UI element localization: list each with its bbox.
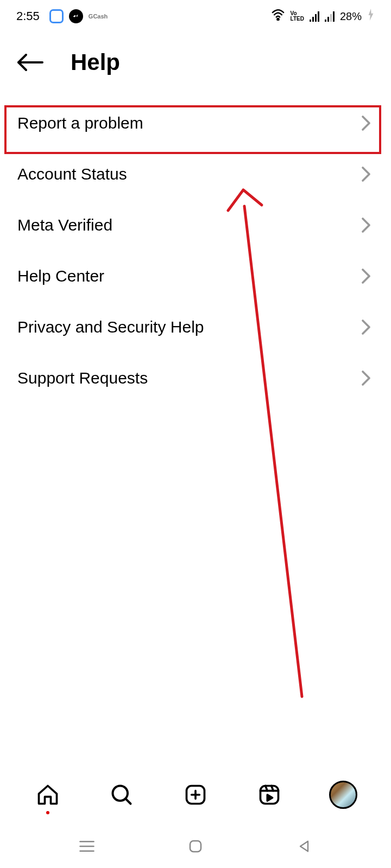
menu-item-label: Help Center	[17, 267, 104, 285]
chevron-right-icon	[358, 116, 374, 131]
signal-bars-2	[325, 11, 335, 22]
charging-icon	[367, 9, 375, 24]
page-title: Help	[71, 49, 120, 75]
profile-avatar	[329, 781, 357, 809]
system-home-button[interactable]	[185, 835, 206, 857]
menu-item-report-problem[interactable]: Report a problem	[0, 98, 391, 149]
menu-item-help-center[interactable]: Help Center	[0, 251, 391, 302]
page-header: Help	[0, 33, 391, 98]
status-left: 2:55 GCash	[16, 9, 108, 23]
menu-item-privacy-security[interactable]: Privacy and Security Help	[0, 302, 391, 353]
nav-profile[interactable]	[328, 780, 358, 810]
chevron-right-icon	[358, 371, 374, 386]
system-recents-button[interactable]	[76, 835, 98, 857]
volte-indicator: Vo LTED	[291, 11, 304, 22]
menu-item-label: Support Requests	[17, 369, 148, 387]
chevron-right-icon	[358, 218, 374, 233]
status-bar: 2:55 GCash Vo LTED 28%	[0, 0, 391, 33]
back-button[interactable]	[16, 49, 43, 76]
app-notification-icon	[49, 9, 64, 23]
menu-item-meta-verified[interactable]: Meta Verified	[0, 200, 391, 251]
svg-point-0	[277, 18, 279, 20]
menu-item-label: Account Status	[17, 165, 127, 183]
status-time: 2:55	[16, 9, 40, 23]
nav-create[interactable]	[180, 780, 211, 810]
status-right: Vo LTED 28%	[271, 9, 375, 24]
nav-home[interactable]	[33, 780, 63, 810]
chevron-right-icon	[358, 320, 374, 335]
wifi-icon	[271, 9, 285, 24]
svg-rect-8	[261, 786, 279, 804]
signal-bars-1	[310, 11, 319, 22]
menu-item-label: Privacy and Security Help	[17, 318, 204, 336]
chevron-right-icon	[358, 269, 374, 284]
home-notification-dot	[46, 811, 49, 814]
nav-reels[interactable]	[254, 780, 285, 810]
svg-line-4	[125, 799, 130, 803]
messenger-icon	[69, 9, 83, 23]
gcash-label: GCash	[89, 13, 108, 20]
menu-item-account-status[interactable]: Account Status	[0, 149, 391, 200]
svg-rect-15	[190, 841, 201, 852]
menu-item-label: Report a problem	[17, 114, 143, 132]
bottom-navigation	[0, 770, 391, 819]
system-navigation	[0, 825, 391, 868]
battery-percentage: 28%	[340, 10, 362, 23]
nav-search[interactable]	[106, 780, 137, 810]
system-back-button[interactable]	[293, 835, 315, 857]
chevron-right-icon	[358, 167, 374, 182]
menu-item-label: Meta Verified	[17, 216, 112, 234]
menu-item-support-requests[interactable]: Support Requests	[0, 353, 391, 404]
help-menu-list: Report a problem Account Status Meta Ver…	[0, 98, 391, 404]
